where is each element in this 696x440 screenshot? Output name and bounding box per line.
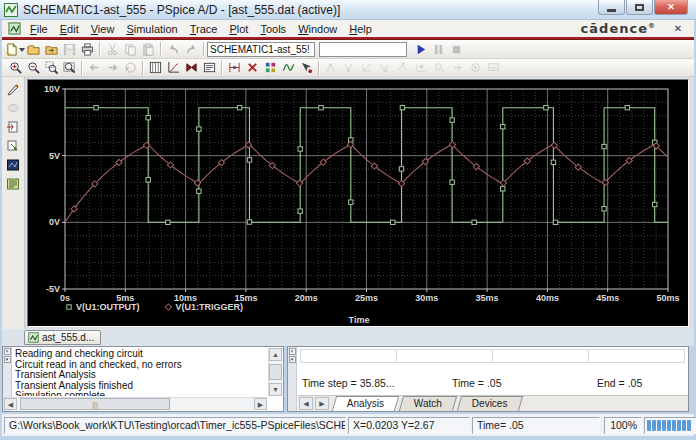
toggle-cursor-button[interactable] <box>297 60 315 76</box>
tab-devices[interactable]: Devices <box>457 396 523 411</box>
append-file-icon <box>45 43 58 56</box>
log-x-axis-icon <box>167 61 180 74</box>
pause-simulation-icon <box>432 43 445 56</box>
waveform-plot[interactable]: 0s5ms10ms15ms20ms25ms30ms35ms40ms45ms50m… <box>29 81 687 325</box>
document-tab-label: ast_555.d... <box>42 332 94 343</box>
status-sim-time: Time= .05 <box>472 417 600 434</box>
redraw-button <box>121 60 139 76</box>
scroll-down-icon[interactable]: ▼ <box>269 383 282 396</box>
svg-text:45ms: 45ms <box>596 293 619 303</box>
forward-arrow-icon <box>106 61 119 74</box>
delete-trace-button[interactable] <box>243 60 261 76</box>
sim-status-values: Time step = 35.85... Time = .05 End = .0… <box>302 377 684 391</box>
stop-simulation-icon <box>450 43 463 56</box>
menu-item-simulation[interactable]: Simulation <box>120 22 183 36</box>
simulation-edit-input[interactable] <box>319 42 407 57</box>
menu-item-edit[interactable]: Edit <box>54 22 85 36</box>
zoom-area-icon <box>45 61 58 74</box>
mark-data-points-button[interactable] <box>225 60 243 76</box>
scroll-thumb[interactable]: ||| <box>20 398 170 410</box>
open-file-button[interactable] <box>24 41 42 57</box>
evaluate-measurement-button[interactable] <box>261 60 279 76</box>
eval-goal-icon <box>469 61 482 74</box>
mark-data-points-icon <box>228 61 241 74</box>
scroll-thumb[interactable] <box>269 364 282 380</box>
sim-time-value: Time = .05 <box>452 377 502 389</box>
log-vertical-scrollbar[interactable]: ▲ ▼ <box>268 348 282 396</box>
svg-text:20ms: 20ms <box>295 293 318 303</box>
view-netlist-button[interactable] <box>4 175 22 192</box>
scroll-right-icon[interactable]: ▶ <box>254 398 267 410</box>
menu-item-file[interactable]: File <box>24 22 54 36</box>
waveform-window: 0s5ms10ms15ms20ms25ms30ms35ms40ms45ms50m… <box>27 79 689 327</box>
view-simulation-icon <box>6 158 20 172</box>
zoom-out-icon <box>27 61 40 74</box>
minimize-button[interactable] <box>598 0 625 15</box>
new-file-button[interactable] <box>6 41 24 57</box>
redo-button <box>182 41 200 57</box>
redo-icon <box>185 43 198 56</box>
scroll-up-icon[interactable]: ▲ <box>269 348 282 361</box>
print-button[interactable] <box>78 41 96 57</box>
toolbar-separator <box>221 61 222 75</box>
fourier-button[interactable] <box>182 60 200 76</box>
document-tab[interactable]: ast_555.d... <box>24 330 101 345</box>
stop-simulation-button <box>447 41 465 57</box>
zoom-in-button[interactable] <box>6 60 24 76</box>
scroll-left-icon[interactable]: ◀ <box>4 398 17 410</box>
cursor-next-button <box>448 60 466 76</box>
goto-schematic-button[interactable] <box>4 118 22 135</box>
label-point-icon <box>487 61 500 74</box>
add-plot-button[interactable] <box>146 60 164 76</box>
close-button[interactable]: ✕ <box>654 0 688 15</box>
append-file-button[interactable] <box>42 41 60 57</box>
label-point-button <box>484 60 502 76</box>
menu-item-view[interactable]: View <box>85 22 121 36</box>
toolbar-separator <box>99 42 100 56</box>
panel-close-icon[interactable]: × <box>289 348 296 355</box>
panel-pin-icon[interactable]: ▾ <box>289 356 296 363</box>
cursor-min-icon <box>379 61 392 74</box>
status-bar: G:\Works\Book_work\KTU\Testing\orcad\Tim… <box>2 414 694 436</box>
run-simulation-button[interactable] <box>411 41 429 57</box>
menu-item-window[interactable]: Window <box>292 22 343 36</box>
toggle-cursor-icon <box>300 61 313 74</box>
menu-item-plot[interactable]: Plot <box>223 22 254 36</box>
zoom-out-button[interactable] <box>24 60 42 76</box>
status-progress-bar <box>644 417 696 434</box>
undo-icon <box>167 43 180 56</box>
mdi-client-area: 0s5ms10ms15ms20ms25ms30ms35ms40ms45ms50m… <box>2 77 694 329</box>
tab-watch[interactable]: Watch <box>399 396 457 411</box>
menu-item-help[interactable]: Help <box>343 22 378 36</box>
add-trace-button[interactable] <box>279 60 297 76</box>
zoom-fit-button[interactable] <box>60 60 78 76</box>
panel-close-icon[interactable]: × <box>4 348 11 355</box>
menu-item-trace[interactable]: Trace <box>184 22 224 36</box>
cursor-search-button <box>430 60 448 76</box>
toolbar-separator <box>203 42 204 56</box>
cursor-point-icon <box>415 61 428 74</box>
copy-window-button[interactable] <box>4 137 22 154</box>
pause-simulation-button <box>429 41 447 57</box>
zoom-fit-icon <box>63 61 76 74</box>
label-text-button[interactable] <box>4 80 22 97</box>
svg-text:V(U1:OUTPUT): V(U1:OUTPUT) <box>76 302 140 312</box>
log-horizontal-scrollbar[interactable]: ◀ ||| ▶ <box>4 397 267 410</box>
tab-analysis[interactable]: Analysis <box>332 396 400 411</box>
tabs-scroll-left-icon[interactable]: ◀ <box>299 397 313 410</box>
sim-window-grip[interactable]: × ▾ <box>288 347 297 411</box>
svg-text:V(U1:TRIGGER): V(U1:TRIGGER) <box>175 302 243 312</box>
zoom-area-button[interactable] <box>42 60 60 76</box>
ellipse-tool-button <box>4 99 22 116</box>
legend-menu-button[interactable] <box>200 60 218 76</box>
log-line: Reading and checking circuit <box>15 349 267 360</box>
add-trace-icon <box>282 61 295 74</box>
document-close-icon[interactable]: ✕ <box>670 22 686 35</box>
log-x-axis-button[interactable] <box>164 60 182 76</box>
simulation-profile-combo[interactable]: SCHEMATIC1-ast_55! <box>207 42 315 57</box>
view-simulation-button[interactable] <box>4 156 22 173</box>
menu-item-tools[interactable]: Tools <box>254 22 292 36</box>
maximize-button[interactable] <box>626 0 653 15</box>
tabs-scroll-right-icon[interactable]: ▶ <box>315 397 329 410</box>
panel-pin-icon[interactable]: ▾ <box>4 356 11 363</box>
